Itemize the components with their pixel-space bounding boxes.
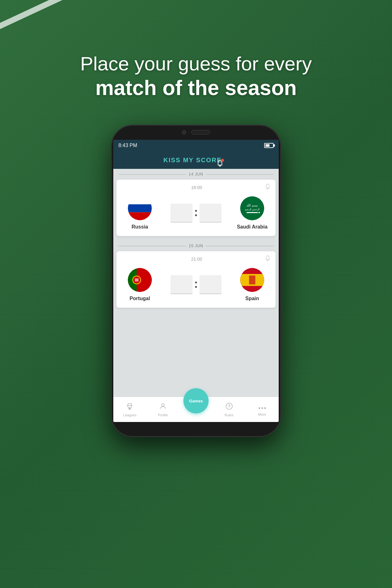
- svg-point-36: [261, 407, 263, 409]
- match-card-1: 18:00: [116, 180, 276, 236]
- date-separator-2: 15 JUN: [113, 241, 279, 251]
- svg-rect-31: [128, 409, 131, 409]
- score-area-2[interactable]: [156, 275, 236, 294]
- status-time: 8:43 PM: [118, 143, 137, 148]
- svg-rect-24: [135, 278, 139, 282]
- dot-2: [195, 214, 197, 216]
- date-label-2: 15 JUN: [189, 244, 203, 248]
- svg-text:بسم الله: بسم الله: [246, 204, 258, 207]
- more-icon: [258, 403, 266, 411]
- svg-rect-30: [129, 408, 130, 409]
- svg-point-37: [264, 407, 266, 409]
- battery-icon: [264, 143, 274, 148]
- svg-rect-6: [128, 196, 152, 204]
- promo-line2: match of the season: [19, 75, 373, 100]
- notification-badge: [221, 159, 224, 162]
- speaker-grill: [191, 130, 210, 134]
- match-bell-2[interactable]: [265, 255, 270, 263]
- team-away-2: Spain: [236, 268, 268, 301]
- svg-point-35: [258, 407, 260, 409]
- sep-line-left: [118, 174, 186, 175]
- nav-more[interactable]: More: [246, 397, 279, 422]
- team-name-russia: Russia: [132, 224, 148, 230]
- dot-4: [195, 286, 197, 288]
- phone-top-bar: [164, 125, 228, 140]
- games-fab-button[interactable]: Games: [183, 388, 209, 413]
- nav-leagues[interactable]: Leagues: [113, 397, 146, 422]
- svg-rect-29: [249, 276, 255, 284]
- svg-rect-17: [267, 255, 268, 256]
- nav-profile[interactable]: Profile: [146, 397, 180, 422]
- nav-leagues-label: Leagues: [123, 413, 136, 417]
- phone-frame: 8:43 PM KISS MY SCORE: [111, 125, 281, 437]
- date-label-1: 14 JUN: [189, 172, 203, 176]
- score-input-home-1[interactable]: [170, 204, 193, 223]
- flag-saudi: بسم الله الرحمن الرحيم: [240, 196, 264, 220]
- svg-point-32: [162, 404, 164, 406]
- camera-dot: [182, 130, 186, 134]
- flag-portugal: [128, 268, 152, 292]
- teams-row-2: Portugal: [122, 268, 270, 301]
- dot-1: [195, 210, 197, 212]
- profile-icon: [159, 402, 167, 412]
- flag-spain: [240, 268, 264, 292]
- battery-fill: [265, 144, 270, 147]
- score-area-1[interactable]: [156, 204, 236, 223]
- score-input-away-2[interactable]: [199, 275, 222, 294]
- score-input-home-2[interactable]: [170, 275, 193, 294]
- sep-line-right: [206, 174, 274, 175]
- svg-rect-1: [219, 160, 221, 160]
- score-dots-2: [195, 282, 197, 288]
- match-card-2: 21:00: [116, 251, 276, 308]
- match-time-2: 21:00: [128, 257, 265, 262]
- leagues-icon: [126, 402, 134, 412]
- nav-more-label: More: [258, 413, 266, 416]
- team-home-2: Portugal: [124, 268, 156, 301]
- nav-rules[interactable]: ? Rules: [212, 397, 246, 422]
- sep-line-right-2: [206, 246, 274, 246]
- dot-3: [195, 282, 197, 283]
- sep-line-left-2: [118, 246, 186, 246]
- svg-point-2: [267, 188, 268, 189]
- nav-profile-label: Profile: [158, 413, 168, 417]
- svg-point-0: [219, 165, 221, 166]
- team-home-1: Russia: [124, 196, 156, 230]
- team-name-saudi: Saudi Arabia: [237, 224, 267, 230]
- gap-1: [113, 237, 279, 241]
- match-time-row-1: 18:00: [122, 183, 270, 191]
- nav-games-container: Games: [180, 397, 213, 422]
- svg-rect-8: [128, 212, 152, 220]
- nav-rules-label: Rules: [225, 413, 234, 417]
- svg-rect-7: [128, 204, 152, 212]
- match-bell-1[interactable]: [265, 183, 270, 191]
- svg-text:الرحمن الرحيم: الرحمن الرحيم: [245, 208, 259, 211]
- score-input-away-1[interactable]: [199, 204, 222, 223]
- flag-russia: [128, 196, 152, 220]
- svg-point-16: [267, 260, 268, 261]
- team-away-1: بسم الله الرحمن الرحيم Saudi Arabia: [236, 196, 268, 230]
- score-dots-1: [195, 210, 197, 216]
- teams-row-1: Russia: [122, 196, 270, 230]
- promo-line1: Place your guess for every: [19, 52, 373, 75]
- svg-rect-14: [246, 212, 258, 213]
- screen-content[interactable]: 14 JUN 18:00: [113, 169, 279, 397]
- rules-icon: ?: [225, 402, 233, 412]
- games-fab-label: Games: [189, 399, 203, 403]
- date-separator-1: 14 JUN: [113, 169, 279, 180]
- phone-screen: 8:43 PM KISS MY SCORE: [113, 140, 279, 422]
- status-icons: [264, 143, 274, 148]
- svg-text:?: ?: [228, 404, 230, 408]
- match-time-row-2: 21:00: [122, 255, 270, 263]
- promo-section: Place your guess for every match of the …: [0, 52, 392, 101]
- match-time-1: 18:00: [128, 185, 265, 190]
- bottom-nav: Leagues Profile Games: [113, 397, 279, 422]
- app-header: KISS MY SCORE: [113, 151, 279, 169]
- team-name-portugal: Portugal: [130, 296, 150, 301]
- bell-button[interactable]: [217, 159, 223, 169]
- status-bar: 8:43 PM: [113, 140, 279, 151]
- svg-rect-3: [267, 184, 268, 184]
- app-title: KISS MY SCORE: [163, 157, 222, 164]
- team-name-spain: Spain: [245, 296, 259, 301]
